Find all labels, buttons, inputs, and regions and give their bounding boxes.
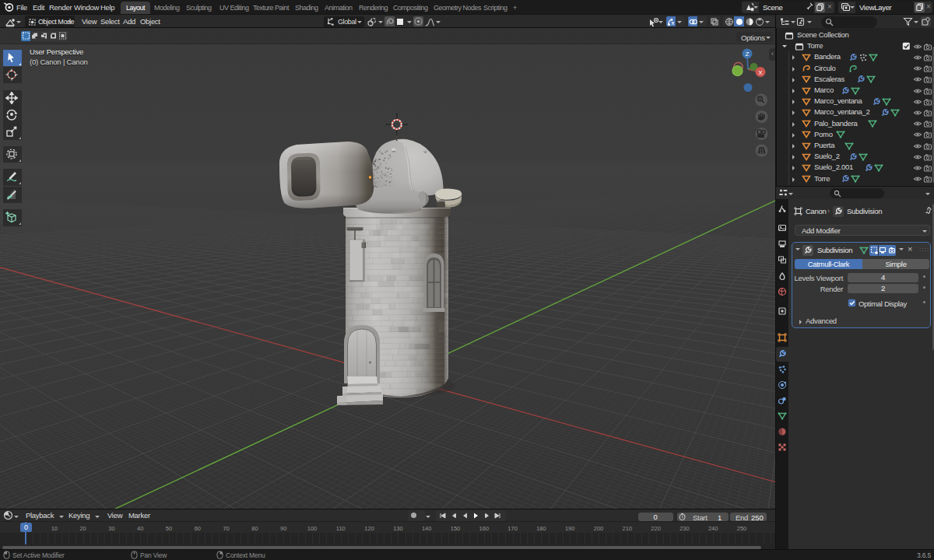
- svg-text:Z: Z: [746, 51, 750, 58]
- svg-text:X: X: [758, 69, 763, 76]
